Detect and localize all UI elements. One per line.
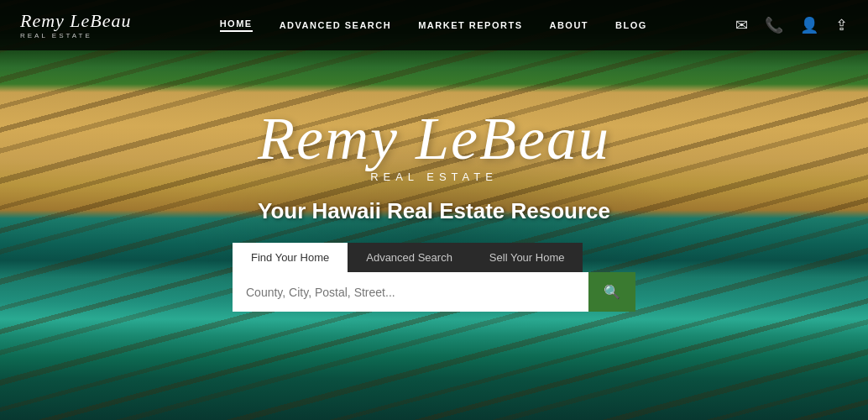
hero-signature-large: Remy LeBeau xyxy=(140,108,728,169)
nav-link-blog[interactable]: BLOG xyxy=(615,20,647,30)
search-container: Find Your Home Advanced Search Sell Your… xyxy=(233,243,635,312)
nav-links: HOME ADVANCED SEARCH MARKET REPORTS ABOU… xyxy=(220,18,647,32)
search-icon: 🔍 xyxy=(604,284,620,300)
nav-link-market-reports[interactable]: MARKET REPORTS xyxy=(418,20,522,30)
search-input[interactable] xyxy=(233,274,588,311)
navbar: Remy LeBeau REAL ESTATE HOME ADVANCED SE… xyxy=(0,0,868,50)
nav-link-advanced-search[interactable]: ADVANCED SEARCH xyxy=(280,20,392,30)
nav-link-home[interactable]: HOME xyxy=(220,18,253,32)
nav-link-about[interactable]: ABOUT xyxy=(549,20,588,30)
hero-tagline: Your Hawaii Real Estate Resource xyxy=(140,198,728,224)
share-icon[interactable]: ⇪ xyxy=(835,16,848,34)
hero-re-label: REAL ESTATE xyxy=(140,171,728,183)
user-icon[interactable]: 👤 xyxy=(800,16,818,34)
search-bar: 🔍 xyxy=(233,272,635,312)
search-button[interactable]: 🔍 xyxy=(588,272,635,312)
tab-find-home[interactable]: Find Your Home xyxy=(233,243,348,272)
phone-icon[interactable]: 📞 xyxy=(765,16,783,34)
nav-icon-group: ✉ 📞 👤 ⇪ xyxy=(735,16,848,34)
email-icon[interactable]: ✉ xyxy=(735,16,748,34)
brand-logo[interactable]: Remy LeBeau REAL ESTATE xyxy=(20,11,132,39)
tab-advanced-search[interactable]: Advanced Search xyxy=(348,243,471,272)
search-tabs: Find Your Home Advanced Search Sell Your… xyxy=(233,243,635,272)
brand-sub: REAL ESTATE xyxy=(20,32,92,39)
brand-name: Remy LeBeau xyxy=(20,11,132,31)
hero-content: Remy LeBeau REAL ESTATE Your Hawaii Real… xyxy=(140,108,728,312)
hero-section: Remy LeBeau REAL ESTATE HOME ADVANCED SE… xyxy=(0,0,868,420)
tab-sell-home[interactable]: Sell Your Home xyxy=(471,243,583,272)
